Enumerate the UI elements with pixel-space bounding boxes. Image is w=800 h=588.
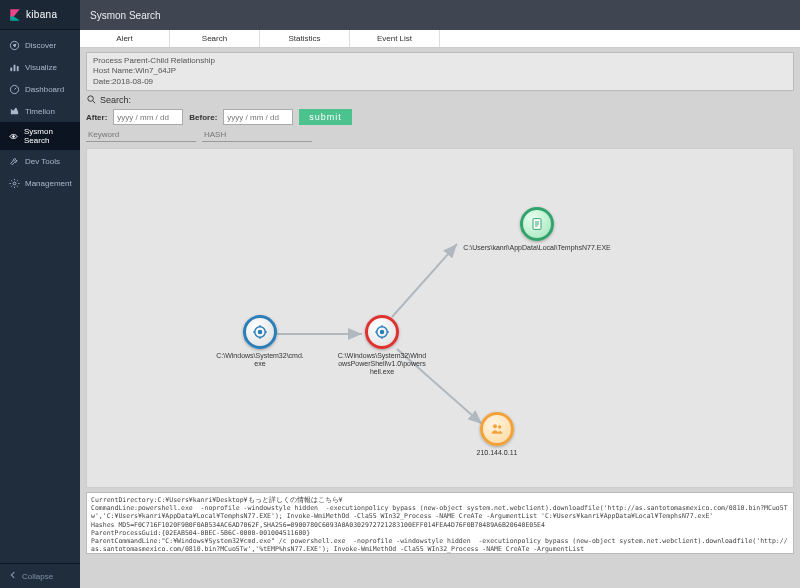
edge-ps-tmp bbox=[392, 244, 457, 317]
svg-point-9 bbox=[259, 331, 262, 334]
header-block: Process Parent-Child Relationship Host N… bbox=[86, 52, 794, 91]
detail-footer: CurrentDirectory:C:¥Users¥kanri¥Desktop¥… bbox=[86, 492, 794, 554]
before-input[interactable] bbox=[223, 109, 293, 125]
header-line3: Date:2018-08-09 bbox=[93, 77, 787, 87]
svg-point-6 bbox=[13, 182, 16, 185]
sidebar-item-label: Timelion bbox=[25, 107, 55, 116]
sidebar-item-label: Discover bbox=[25, 41, 56, 50]
sidebar-item-label: Dashboard bbox=[25, 85, 64, 94]
node-cmd[interactable]: C:\Windows\System32\cmd.exe bbox=[215, 315, 305, 368]
node-label: 210.144.0.11 bbox=[477, 449, 518, 457]
search-icon bbox=[86, 94, 97, 105]
search-row: Search: bbox=[86, 94, 794, 105]
node-temphs[interactable]: C:\Users\kanri\AppData\Local\TemphsN77.E… bbox=[427, 207, 647, 252]
compass-icon bbox=[8, 39, 20, 51]
chart-icon bbox=[8, 61, 20, 73]
node-label: C:\Users\kanri\AppData\Local\TemphsN77.E… bbox=[463, 244, 610, 252]
file-icon bbox=[520, 207, 554, 241]
sidebar-item-label: Sysmon Search bbox=[24, 127, 72, 145]
process-icon bbox=[243, 315, 277, 349]
collapse-button[interactable]: Collapse bbox=[0, 563, 80, 588]
sidebar-item-management[interactable]: Management bbox=[0, 172, 80, 194]
sysmon-icon bbox=[8, 130, 19, 142]
timelion-icon bbox=[8, 105, 20, 117]
svg-rect-1 bbox=[10, 67, 12, 71]
submit-button[interactable]: submit bbox=[299, 109, 352, 125]
logo: kibana bbox=[0, 0, 80, 30]
before-label: Before: bbox=[189, 113, 217, 122]
nav: Discover Visualize Dashboard Timelion Sy… bbox=[0, 30, 80, 563]
chevron-left-icon bbox=[8, 570, 18, 582]
node-label: C:\Windows\System32\WindowsPowerShell\v1… bbox=[337, 352, 427, 376]
gear-icon bbox=[8, 177, 20, 189]
kibana-logo-icon bbox=[8, 8, 22, 22]
svg-point-11 bbox=[381, 331, 384, 334]
brand-text: kibana bbox=[26, 9, 57, 20]
header-line1: Process Parent-Child Relationship bbox=[93, 56, 787, 66]
sidebar-item-label: Dev Tools bbox=[25, 157, 60, 166]
sidebar-item-label: Visualize bbox=[25, 63, 57, 72]
header-line2: Host Name:Win7_64JP bbox=[93, 66, 787, 76]
collapse-label: Collapse bbox=[22, 572, 53, 581]
sidebar-item-timelion[interactable]: Timelion bbox=[0, 100, 80, 122]
hash-input[interactable] bbox=[202, 128, 312, 142]
topbar: Sysmon Search bbox=[80, 0, 800, 30]
network-icon bbox=[480, 412, 514, 446]
gauge-icon bbox=[8, 83, 20, 95]
tabs: Alert Search Statistics Event List bbox=[80, 30, 800, 48]
process-icon bbox=[365, 315, 399, 349]
svg-rect-3 bbox=[16, 66, 18, 71]
sidebar-item-dashboard[interactable]: Dashboard bbox=[0, 78, 80, 100]
date-filters: After: Before: submit bbox=[86, 109, 794, 125]
svg-point-7 bbox=[88, 96, 94, 102]
search-label: Search: bbox=[100, 95, 131, 105]
tab-statistics[interactable]: Statistics bbox=[260, 30, 350, 47]
node-label: C:\Windows\System32\cmd.exe bbox=[215, 352, 305, 368]
main: Sysmon Search Alert Search Statistics Ev… bbox=[80, 0, 800, 588]
svg-point-13 bbox=[493, 425, 497, 429]
svg-point-5 bbox=[13, 135, 15, 137]
svg-rect-2 bbox=[13, 64, 15, 70]
tab-event-list[interactable]: Event List bbox=[350, 30, 440, 47]
page-title: Sysmon Search bbox=[90, 10, 161, 21]
sidebar-item-visualize[interactable]: Visualize bbox=[0, 56, 80, 78]
svg-point-14 bbox=[498, 426, 501, 429]
node-powershell[interactable]: C:\Windows\System32\WindowsPowerShell\v1… bbox=[337, 315, 427, 376]
sidebar-item-label: Management bbox=[25, 179, 72, 188]
sidebar-item-sysmon-search[interactable]: Sysmon Search bbox=[0, 122, 80, 150]
tab-search[interactable]: Search bbox=[170, 30, 260, 47]
after-input[interactable] bbox=[113, 109, 183, 125]
graph-canvas[interactable]: C:\Windows\System32\cmd.exe C:\Windows\S… bbox=[86, 148, 794, 488]
after-label: After: bbox=[86, 113, 107, 122]
text-filters bbox=[86, 128, 794, 142]
sidebar-item-discover[interactable]: Discover bbox=[0, 34, 80, 56]
sidebar: kibana Discover Visualize Dashboard Time… bbox=[0, 0, 80, 588]
sidebar-item-dev-tools[interactable]: Dev Tools bbox=[0, 150, 80, 172]
keyword-input[interactable] bbox=[86, 128, 196, 142]
tab-alert[interactable]: Alert bbox=[80, 30, 170, 47]
wrench-icon bbox=[8, 155, 20, 167]
node-ip[interactable]: 210.144.0.11 bbox=[452, 412, 542, 457]
